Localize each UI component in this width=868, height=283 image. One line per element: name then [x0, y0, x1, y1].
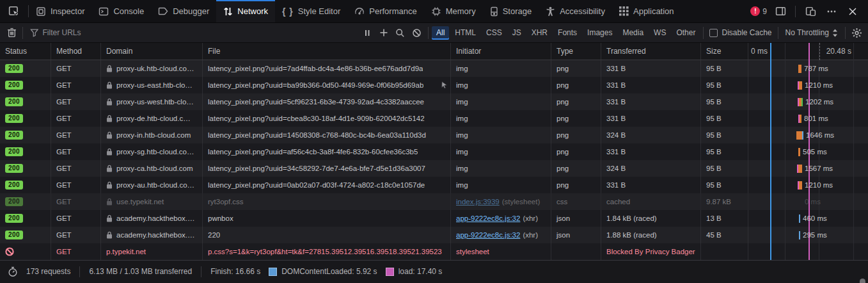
- size-cell: 95 B: [701, 93, 748, 110]
- column-header-transferred[interactable]: Transferred: [601, 43, 701, 60]
- new-request-icon[interactable]: [376, 25, 391, 40]
- domain-text: proxy-au.htb-cloud.co…: [116, 181, 194, 189]
- size-cell: 95 B: [701, 177, 748, 193]
- domain-text: proxy-uk.htb-cloud.co…: [116, 65, 194, 72]
- network-request-row[interactable]: 200GETproxy-au.htb-cloud.co…latency_pixe…: [0, 177, 868, 193]
- column-header-file[interactable]: File: [203, 43, 451, 60]
- column-header-status[interactable]: Status: [0, 43, 51, 60]
- domain-text: academy.hackthebox.…: [116, 231, 195, 239]
- timing-label: 787 ms: [804, 65, 828, 72]
- responsive-design-mode-icon[interactable]: [803, 4, 818, 19]
- method-cell: GET: [51, 127, 101, 143]
- disable-cache-control[interactable]: Disable Cache: [707, 28, 774, 37]
- network-request-row[interactable]: 200GETacademy.hackthebox.…220app-9222ec8…: [0, 227, 868, 243]
- column-header-initiator[interactable]: Initiator: [451, 43, 551, 60]
- network-request-row[interactable]: 200GETproxy-in.htb-cloud.comlatency_pixe…: [0, 127, 868, 143]
- domain-text: academy.hackthebox.…: [116, 214, 195, 222]
- tab-application[interactable]: Application: [612, 0, 681, 22]
- request-count[interactable]: 173 requests: [26, 267, 70, 276]
- pick-element-icon[interactable]: [6, 4, 22, 19]
- initiator-cell: img: [451, 77, 551, 93]
- filter-pill-images[interactable]: Images: [583, 26, 617, 40]
- tab-label: Storage: [503, 6, 532, 16]
- filter-pill-xhr[interactable]: XHR: [527, 26, 552, 40]
- filter-pill-media[interactable]: Media: [618, 26, 648, 40]
- tab-memory[interactable]: Memory: [424, 0, 483, 22]
- network-request-row[interactable]: 200GETacademy.hackthebox.…pwnboxapp-9222…: [0, 210, 868, 227]
- tab-accessibility[interactable]: Accessibility: [539, 0, 612, 22]
- transferred-cell: 331 B: [601, 110, 701, 127]
- column-header-size[interactable]: Size: [701, 43, 748, 60]
- filter-urls-input[interactable]: [42, 28, 359, 37]
- column-header-domain[interactable]: Domain: [101, 43, 203, 60]
- transferred-cell: 331 B: [601, 143, 701, 160]
- timing-label: 295 ms: [803, 231, 827, 239]
- network-request-row[interactable]: 200GETuse.typekit.netryt3opf.cssindex.js…: [0, 193, 868, 210]
- search-icon[interactable]: [393, 25, 408, 40]
- close-icon[interactable]: [845, 4, 860, 19]
- tab-debugger[interactable]: Debugger: [151, 0, 216, 22]
- type-cell: png: [551, 110, 601, 127]
- network-request-row[interactable]: 200GETproxy-us-west.htb-clo…latency_pixe…: [0, 93, 868, 110]
- column-header-method[interactable]: Method: [51, 43, 101, 60]
- tab-label: Debugger: [173, 6, 209, 16]
- network-request-row[interactable]: 200GETproxy-uk.htb-cloud.co…latency_pixe…: [0, 60, 868, 77]
- block-url-icon[interactable]: [409, 25, 425, 40]
- tab-style-editor[interactable]: { }Style Editor: [275, 0, 347, 22]
- application-icon: [619, 6, 629, 16]
- toolbar-divider: [845, 27, 846, 39]
- timing-bar: [798, 181, 802, 190]
- network-request-row[interactable]: GETp.typekit.netp.css?s=1&k=ryt3opf&ht=t…: [0, 243, 868, 260]
- menu-icon[interactable]: [824, 4, 839, 19]
- network-request-row[interactable]: 200GETproxy-ca.htb-cloud.comlatency_pixe…: [0, 160, 868, 177]
- filter-pill-js[interactable]: JS: [508, 26, 526, 40]
- domain-cell: academy.hackthebox.…: [101, 227, 203, 243]
- column-header-type[interactable]: Type: [551, 43, 601, 60]
- filter-pill-html[interactable]: HTML: [450, 26, 480, 40]
- waterfall-cell: 1567 ms: [748, 160, 868, 177]
- pause-traffic-icon[interactable]: [359, 25, 375, 40]
- filter-pill-other[interactable]: Other: [672, 26, 700, 40]
- domain-cell: proxy-uk.htb-cloud.co…: [101, 60, 203, 77]
- domain-cell: p.typekit.net: [101, 243, 203, 260]
- network-request-row[interactable]: 200GETproxy-sg.htb-cloud.co…latency_pixe…: [0, 143, 868, 160]
- type-cell: png: [551, 60, 601, 77]
- initiator-link[interactable]: index.js:3939: [456, 198, 500, 206]
- dcl-legend-swatch: [269, 268, 277, 276]
- domain-text: proxy-us-west.htb-clo…: [116, 98, 194, 106]
- tab-console[interactable]: Console: [91, 0, 151, 22]
- file-cell: latency_pixel.png?uuid=14508308-c768-480…: [203, 127, 451, 143]
- filter-pill-fonts[interactable]: Fonts: [553, 26, 581, 40]
- initiator-link[interactable]: app-9222ec8c.js:32: [456, 231, 520, 239]
- size-cell: 13 B: [701, 210, 748, 227]
- timing-bar: [799, 231, 800, 239]
- filter-pill-css[interactable]: CSS: [482, 26, 507, 40]
- split-console-icon[interactable]: [773, 4, 788, 19]
- initiator-link[interactable]: app-9222ec8c.js:32: [456, 214, 520, 222]
- status-badge: 200: [5, 64, 23, 73]
- tab-inspector[interactable]: Inspector: [29, 0, 91, 22]
- timing-bar: [796, 131, 803, 140]
- tab-storage[interactable]: Storage: [483, 0, 539, 22]
- error-count-badge[interactable]: ! 9: [750, 6, 767, 16]
- load-legend: load: 17.40 s: [386, 267, 443, 276]
- disable-cache-checkbox[interactable]: [709, 29, 718, 37]
- style-editor-icon: { }: [282, 6, 294, 17]
- network-request-row[interactable]: 200GETproxy-de.htb-cloud.c…latency_pixel…: [0, 110, 868, 127]
- domain-text: proxy-ca.htb-cloud.com: [116, 165, 193, 172]
- file-cell: latency_pixel.png?uuid=34c58292-7de7-4e6…: [203, 160, 451, 177]
- tab-performance[interactable]: Performance: [347, 0, 423, 22]
- settings-gear-icon[interactable]: [849, 25, 864, 40]
- throttling-dropdown[interactable]: No Throttling: [782, 28, 842, 37]
- filter-pill-ws[interactable]: WS: [649, 26, 670, 40]
- clear-requests-icon[interactable]: [4, 25, 19, 40]
- tab-label: Memory: [446, 6, 476, 16]
- tab-network[interactable]: Network: [216, 0, 275, 22]
- status-cell: 200: [0, 60, 51, 77]
- column-header-waterfall[interactable]: 0 ms20.48 s: [748, 43, 868, 60]
- size-cell: 95 B: [701, 110, 748, 127]
- initiator-text: img: [456, 98, 468, 106]
- vertical-scrollbar-thumb[interactable]: [860, 279, 865, 283]
- filter-pill-all[interactable]: All: [432, 26, 449, 40]
- network-request-row[interactable]: 200GETproxy-us-east.htb-clo…latency_pixe…: [0, 77, 868, 93]
